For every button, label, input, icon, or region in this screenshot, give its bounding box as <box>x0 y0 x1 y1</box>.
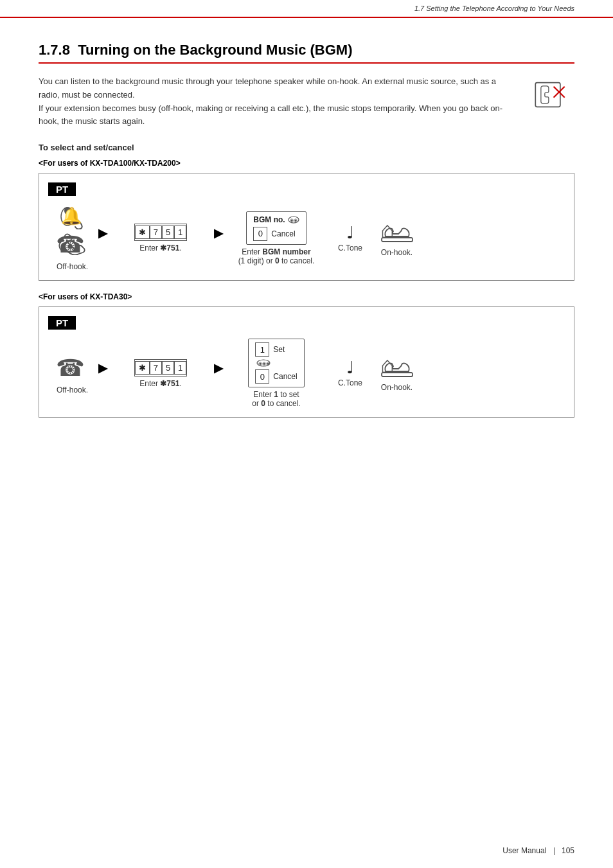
bgm30-set-row: 1 Set <box>255 342 297 357</box>
caption-offhook-2: Off-hook. <box>57 385 88 394</box>
offhook-svg-2: ☎ <box>56 353 89 378</box>
key-5-1: 5 <box>162 226 174 239</box>
key-star-1: ✱ <box>135 226 150 239</box>
bgm-num-0: 0 <box>253 227 267 241</box>
main-content: 1.7.8 Turning on the Background Music (B… <box>39 42 574 418</box>
col-onhook-2: ⌂ On-hook. <box>373 355 421 392</box>
arrow2-1: ▶ <box>212 226 225 251</box>
caption-keyseq-2: Enter ✱751. <box>139 379 181 388</box>
col-ctone-1: ♩ C.Tone <box>328 224 373 252</box>
diagram1-columns: 🔔 ☎ Off-hook. <box>48 205 562 271</box>
svg-text:◉◉: ◉◉ <box>290 218 298 222</box>
page-container: 1.7 Setting the Telephone According to Y… <box>0 0 613 868</box>
col-ctone-2: ♩ C.Tone <box>328 359 373 387</box>
offhook-icon-1: 🔔 <box>57 205 88 229</box>
phone-x-icon <box>533 77 571 112</box>
key-star-2: ✱ <box>135 361 150 375</box>
arrow-right-icon-4: ▶ <box>214 361 223 375</box>
music-note-2: ♩ <box>346 359 354 376</box>
bgm30-dial-row: ◉◉◉ <box>255 359 297 367</box>
svg-text:☎: ☎ <box>56 232 85 255</box>
footer-separator <box>554 847 555 855</box>
bgm30-set-label: Set <box>273 345 285 354</box>
svg-text:☎: ☎ <box>56 355 85 378</box>
diagram2-users-label: <For users of KX-TDA30> <box>39 292 574 301</box>
bgm-cancel-label: Cancel <box>271 229 295 238</box>
svg-text:⌂: ⌂ <box>380 355 395 378</box>
procedure-heading: To select and set/cancel <box>39 143 574 152</box>
offhook-handset-1: ☎ <box>56 229 89 257</box>
section-heading: 1.7.8 Turning on the Background Music (B… <box>39 42 574 64</box>
caption-offhook-1: Off-hook. <box>57 262 88 271</box>
bgm-box-2: 1 Set ◉◉◉ 0 Cancel <box>248 339 304 387</box>
key-1-1: 1 <box>174 226 186 239</box>
arrow2-2: ▶ <box>212 361 225 385</box>
col-keyseq-1: ✱ 7 5 1 Enter ✱751. <box>109 224 212 252</box>
bgm-title-row: BGM no. ◉◉ <box>253 215 299 224</box>
arrow-right-icon-3: ▶ <box>98 361 107 375</box>
desc-line1: You can listen to the background music t… <box>39 75 517 102</box>
bgm-num-row: 0 Cancel <box>253 227 299 241</box>
diagram1-box: PT 🔔 <box>39 173 574 281</box>
onhook-svg-1: ⌂ <box>379 220 415 245</box>
offhook-svg-1: ☎ <box>56 229 89 255</box>
desc-line2: If your extension becomes busy (off-hook… <box>39 102 517 129</box>
col-keyseq-2: ✱ 7 5 1 Enter ✱751. <box>109 359 212 388</box>
col-bgm-2: 1 Set ◉◉◉ 0 Cancel <box>225 339 328 408</box>
onhook-svg-2: ⌂ <box>379 355 415 380</box>
phone-icon-box <box>529 75 574 114</box>
footer-label: User Manual <box>502 846 546 855</box>
footer-page: 105 <box>562 846 574 855</box>
svg-text:🔔: 🔔 <box>61 206 82 226</box>
caption-ctone-1: C.Tone <box>338 244 362 252</box>
description-text: You can listen to the background music t… <box>39 75 517 128</box>
key-sequence-2: ✱ 7 5 1 <box>134 359 188 376</box>
key-1-2: 1 <box>174 361 186 375</box>
offhook-handset-2: ☎ <box>56 353 89 380</box>
col-onhook-1: ⌂ On-hook. <box>373 220 421 257</box>
caption-onhook-1: On-hook. <box>381 248 413 257</box>
diagram2-pt-label: PT <box>48 316 76 330</box>
music-note-1: ♩ <box>346 224 354 241</box>
diagram2-columns: ☎ Off-hook. ▶ ✱ 7 5 1 <box>48 339 562 408</box>
diagram1-users-label: <For users of KX-TDA100/KX-TDA200> <box>39 159 574 168</box>
diagram2-box: PT ☎ Off-hook. ▶ <box>39 306 574 418</box>
key-sequence-1: ✱ 7 5 1 <box>134 224 188 241</box>
caption-bgm-2: Enter 1 to setor 0 to cancel. <box>252 390 300 408</box>
bgm30-cancel-row: 0 Cancel <box>255 369 297 384</box>
top-header: 1.7 Setting the Telephone According to Y… <box>0 0 613 18</box>
caption-ctone-2: C.Tone <box>338 378 362 387</box>
bgm-title-text: BGM no. <box>253 215 285 224</box>
arrow1-2: ▶ <box>96 361 109 385</box>
key-7-1: 7 <box>150 226 162 239</box>
col-offhook-2: ☎ Off-hook. <box>48 353 96 394</box>
arrow1-1: ▶ <box>96 226 109 251</box>
col-bgm-1: BGM no. ◉◉ 0 Cancel Enter BGM numb <box>225 211 328 265</box>
svg-text:◉◉◉: ◉◉◉ <box>258 361 270 366</box>
caption-onhook-2: On-hook. <box>381 383 413 392</box>
bgm-box-1: BGM no. ◉◉ 0 Cancel <box>246 211 306 245</box>
bgm30-num-1: 1 <box>255 342 269 357</box>
page-footer: User Manual 105 <box>502 846 574 855</box>
description-block: You can listen to the background music t… <box>39 75 574 128</box>
section-number: 1.7.8 <box>39 42 70 58</box>
dial-icon-1: ◉◉ <box>288 216 299 224</box>
section-title: Turning on the Background Music (BGM) <box>78 42 352 58</box>
dial-icon-2: ◉◉◉ <box>256 359 271 367</box>
diagram1-pt-label: PT <box>48 182 76 196</box>
caption-keyseq-1: Enter ✱751. <box>139 244 181 252</box>
arrow-right-icon-2: ▶ <box>214 226 223 240</box>
bgm30-num-0: 0 <box>255 369 269 384</box>
svg-text:⌂: ⌂ <box>380 220 395 243</box>
caption-bgm-1: Enter BGM number(1 digit) or 0 to cancel… <box>238 247 315 265</box>
header-section-ref: 1.7 Setting the Telephone According to Y… <box>414 4 574 12</box>
bgm30-cancel-label: Cancel <box>273 372 297 381</box>
key-5-2: 5 <box>162 361 174 375</box>
key-7-2: 7 <box>150 361 162 375</box>
arrow-right-icon-1: ▶ <box>98 226 107 240</box>
col-offhook-1: 🔔 ☎ Off-hook. <box>48 205 96 271</box>
